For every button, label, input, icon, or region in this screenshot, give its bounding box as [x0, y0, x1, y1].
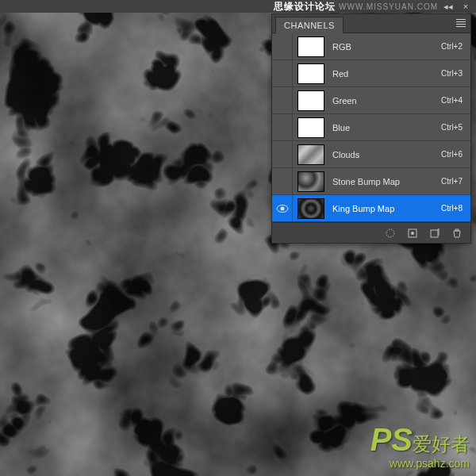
channel-shortcut: Ctrl+8 [441, 204, 463, 213]
channel-list: RGBCtrl+2RedCtrl+3GreenCtrl+4BlueCtrl+5C… [272, 33, 470, 222]
channel-thumbnail [298, 36, 324, 57]
load-selection-icon[interactable] [382, 226, 399, 240]
channel-shortcut: Ctrl+7 [441, 177, 463, 186]
visibility-toggle[interactable] [272, 141, 293, 167]
watermark-url: WWW.MISSYUAN.COM [339, 2, 438, 11]
svg-point-7 [411, 232, 414, 235]
logo-url: www.psahz.com [370, 457, 470, 470]
visibility-toggle[interactable] [272, 195, 293, 221]
channel-name: Stone Bump Map [332, 177, 441, 186]
channel-shortcut: Ctrl+6 [441, 150, 463, 159]
channel-thumbnail [298, 117, 324, 138]
channels-panel: CHANNELS RGBCtrl+2RedCtrl+3GreenCtrl+4Bl… [271, 13, 471, 244]
channel-shortcut: Ctrl+3 [441, 69, 463, 78]
channel-thumbnail [298, 90, 324, 111]
channel-row[interactable]: RGBCtrl+2 [272, 33, 470, 60]
site-logo: PS爱好者 www.psahz.com [370, 424, 470, 470]
channel-thumbnail [298, 198, 324, 219]
channel-name: RGB [332, 42, 441, 52]
new-channel-icon[interactable] [426, 226, 443, 240]
save-selection-icon[interactable] [404, 226, 421, 240]
channel-thumbnail [298, 144, 324, 165]
panel-footer [272, 222, 470, 243]
channel-shortcut: Ctrl+5 [441, 123, 463, 132]
channel-thumbnail [298, 63, 324, 84]
channel-name: Blue [332, 123, 441, 132]
close-icon[interactable]: × [459, 2, 473, 10]
channel-row[interactable]: CloudsCtrl+6 [272, 141, 470, 168]
channel-row[interactable]: BlueCtrl+5 [272, 114, 470, 141]
panel-menu-button[interactable] [455, 17, 467, 29]
app-topbar: 思缘设计论坛 WWW.MISSYUAN.COM ◂◂ × [0, 0, 476, 13]
visibility-toggle[interactable] [272, 114, 293, 140]
visibility-toggle[interactable] [272, 168, 293, 194]
svg-rect-8 [431, 230, 438, 237]
logo-brand: PS [370, 422, 413, 457]
collapse-icon[interactable]: ◂◂ [441, 2, 455, 10]
channel-row[interactable]: King Bump MapCtrl+8 [272, 195, 470, 222]
visibility-toggle[interactable] [272, 33, 293, 60]
channel-thumbnail [298, 171, 324, 192]
delete-channel-icon[interactable] [448, 226, 466, 240]
channel-name: Red [332, 69, 441, 79]
visibility-toggle[interactable] [272, 87, 293, 113]
channel-name: Green [332, 96, 441, 106]
channel-shortcut: Ctrl+2 [441, 42, 463, 51]
channel-row[interactable]: GreenCtrl+4 [272, 87, 470, 114]
svg-point-4 [280, 206, 284, 210]
channel-row[interactable]: Stone Bump MapCtrl+7 [272, 168, 470, 195]
watermark-title: 思缘设计论坛 [274, 0, 336, 13]
svg-point-5 [386, 229, 394, 237]
tab-channels[interactable]: CHANNELS [275, 17, 344, 33]
channel-name: King Bump Map [332, 204, 441, 213]
logo-tagline: 爱好者 [413, 433, 470, 455]
panel-tabbar: CHANNELS [272, 14, 470, 33]
eye-icon [276, 204, 289, 213]
channel-name: Clouds [332, 150, 441, 159]
visibility-toggle[interactable] [272, 60, 293, 86]
channel-row[interactable]: RedCtrl+3 [272, 60, 470, 87]
channel-shortcut: Ctrl+4 [441, 96, 463, 105]
